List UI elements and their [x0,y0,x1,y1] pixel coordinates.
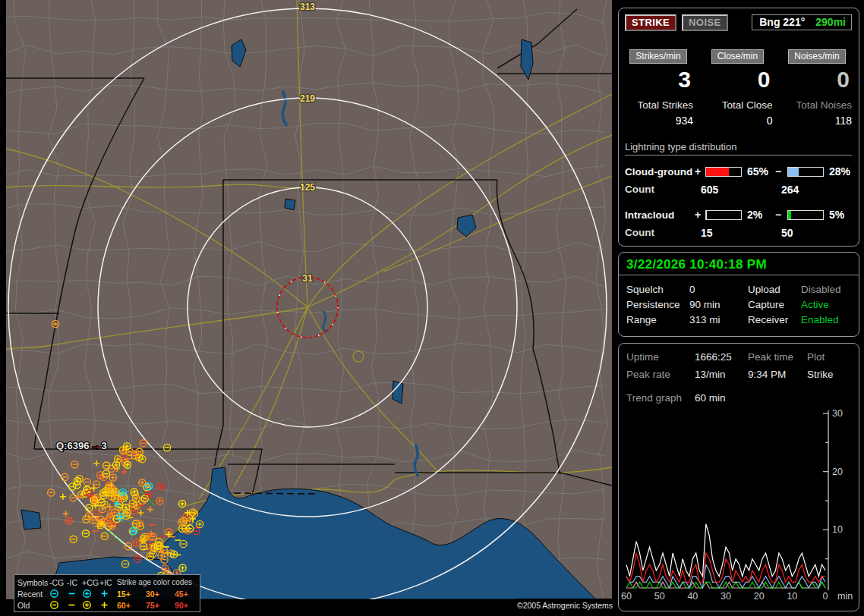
plot-label: Plot [807,350,851,365]
age-60: 60+ [117,601,146,610]
count-label: Count [625,227,695,239]
svg-text:20: 20 [832,467,843,477]
lake-martin [393,381,403,404]
divider [619,275,859,275]
strikes-per-min-chip[interactable]: Strikes/min [629,49,686,64]
ic-negative-bar [787,210,824,220]
count-label: Count [625,184,695,196]
legend-col-ic-neg: -IC [67,578,82,587]
circle-minus-icon [49,600,67,610]
map-canvas[interactable]: 313 219 125 31 Q:6396→3 [6,0,612,599]
legend-recent-label: Recent [17,589,49,599]
capture-status: Active [801,297,851,313]
range-value: 313 mi [689,313,748,328]
noises-per-min-chip[interactable]: Noises/min [788,49,845,64]
legend-col-ic-pos: +IC [99,578,117,587]
symbol-legend: Symbols -CG -IC +CG +IC Strike age color… [14,574,200,612]
plus-sign: + [695,165,705,178]
close-per-min-value: 0 [703,67,773,93]
cloud-ground-row: Cloud-ground + 65% − 28% [625,165,852,178]
trend-groupbox: Uptime 1666:25 Peak time Plot Peak rate … [618,343,859,611]
persistence-label: Persistence [626,297,689,313]
close-per-min-chip[interactable]: Close/min [711,49,764,64]
noise-button[interactable]: NOISE [682,14,727,31]
capture-label: Capture [748,297,801,313]
svg-text:10: 10 [832,524,843,535]
legend-age-title: Strike age color codes [117,578,199,586]
svg-text:50: 50 [654,591,665,602]
total-noises-label: Total Noises [782,99,852,111]
plot-mode-toolbar: STRIKE NOISE Bng 221° 290mi [623,14,852,31]
intracloud-counts: Count 15 50 [625,227,852,239]
rate-counters: Strikes/min 3 Total Strikes 934 Close/mi… [623,49,852,127]
minus-icon [67,589,82,599]
legend-col-cg-pos: +CG [82,578,99,587]
circle-plus-icon [82,589,99,599]
age-45: 45+ [175,589,199,599]
receiver-label: Receiver [748,313,801,328]
svg-text:min: min [837,591,853,602]
distribution-title: Lightning type distribution [625,141,852,156]
uptime-label: Uptime [626,350,695,365]
squelch-value: 0 [689,282,748,297]
peak-time-label: Peak time [748,350,807,365]
ring-label-125: 125 [300,182,315,193]
nexstorm-window: 313 219 125 31 Q:6396→3 Symbols -CG -IC … [0,0,864,616]
cloud-ground-counts: Count 605 264 [625,184,852,196]
counters-groupbox: STRIKE NOISE Bng 221° 290mi Strikes/min … [618,8,859,247]
age-90: 90+ [175,601,199,610]
svg-text:20: 20 [754,591,765,602]
upload-label: Upload [748,282,801,297]
peak-time-value: 9:34 PM [748,367,807,382]
bearing-readout: Bng 221° 290mi [752,14,852,30]
clock-display: 3/22/2026 10:40:18 PM [625,257,851,272]
svg-text:40: 40 [687,591,698,602]
plus-icon [99,600,117,610]
intracloud-label: Intracloud [625,209,695,221]
age-30: 30+ [146,589,175,599]
persistence-value: 90 min [689,297,748,313]
copyright-text: ©2005 Astrogenic Systems [516,599,613,613]
legend-symbols-title: Symbols [17,578,49,587]
cloud-ground-label: Cloud-ground [625,166,695,178]
peak-rate-label: Peak rate [626,367,695,382]
ic-positive-bar [705,210,742,220]
ic-negative-count: 50 [775,227,852,239]
trend-graph-row: Trend graph 60 min [625,392,851,404]
legend-old-label: Old [17,601,49,610]
svg-text:10: 10 [787,591,797,602]
cg-negative-bar [787,167,824,177]
plot-value: Strike [807,367,851,382]
squelch-label: Squelch [626,282,689,297]
total-strikes-value: 934 [623,115,693,127]
svg-text:60: 60 [621,591,632,602]
cg-positive-bar [705,167,742,177]
strike-map[interactable]: 313 219 125 31 Q:6396→3 Symbols -CG -IC … [6,0,612,599]
upload-status: Disabled [801,282,851,297]
receiver-status: Enabled [801,313,851,328]
svg-text:0: 0 [823,591,828,602]
total-noises-value: 118 [782,115,852,127]
intracloud-row: Intracloud + 2% − 5% [625,209,852,221]
ring-label-31: 31 [302,273,313,284]
status-grid: Squelch 0 Upload Disabled Persistence 90… [625,282,851,328]
trend-chart: 1020306050403020100min [619,344,859,611]
svg-text:30: 30 [832,408,843,419]
uptime-grid: Uptime 1666:25 Peak time Plot Peak rate … [625,350,851,382]
ring-label-313: 313 [300,2,315,12]
trend-graph-label: Trend graph [626,392,695,404]
close-counter: Close/min 0 Total Close 0 [703,49,773,127]
minus-sign: − [775,209,787,221]
peak-rate-value: 13/min [695,367,748,382]
ic-positive-pct: 2% [743,209,775,221]
uptime-value: 1666:25 [695,350,748,365]
lake-smith [285,199,295,210]
ic-negative-pct: 5% [825,209,859,221]
plus-sign: + [695,209,705,221]
plus-icon [99,589,117,599]
ic-positive-count: 15 [695,227,775,239]
strike-button[interactable]: STRIKE [625,14,676,31]
cg-positive-pct: 65% [743,165,775,178]
cg-negative-count: 264 [775,184,852,196]
cg-negative-pct: 28% [825,165,859,178]
